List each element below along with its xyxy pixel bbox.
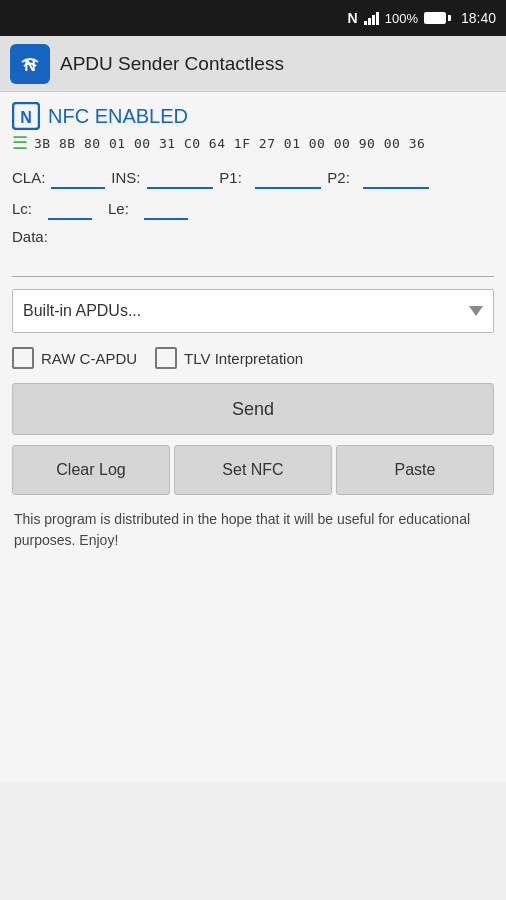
lc-label: Lc:: [12, 200, 42, 217]
paste-button[interactable]: Paste: [336, 445, 494, 495]
form-row-lc-le: Lc: Le:: [12, 197, 494, 220]
svg-text:N: N: [20, 109, 32, 126]
checkbox-row: RAW C-APDU TLV Interpretation: [12, 347, 494, 369]
app-title: APDU Sender Contactless: [60, 53, 284, 75]
p2-label: P2:: [327, 169, 357, 186]
cla-input[interactable]: [51, 166, 105, 189]
le-input[interactable]: [144, 197, 188, 220]
tlv-checkbox-box[interactable]: [155, 347, 177, 369]
nfc-status-row: N NFC ENABLED: [12, 102, 494, 130]
p2-input[interactable]: [363, 166, 429, 189]
nfc-icon-large: N: [12, 102, 40, 130]
set-nfc-button[interactable]: Set NFC: [174, 445, 332, 495]
set-nfc-label: Set NFC: [222, 461, 283, 479]
tlv-interpretation-checkbox[interactable]: TLV Interpretation: [155, 347, 303, 369]
raw-capdu-label: RAW C-APDU: [41, 350, 137, 367]
raw-capdu-checkbox-box[interactable]: [12, 347, 34, 369]
clear-log-button[interactable]: Clear Log: [12, 445, 170, 495]
nfc-status-icon: N: [348, 10, 358, 26]
cla-label: CLA:: [12, 169, 45, 186]
footer-text: This program is distributed in the hope …: [12, 509, 494, 551]
empty-area: [0, 561, 506, 781]
ins-input[interactable]: [147, 166, 213, 189]
nfc-waves-icon: ☰: [12, 134, 28, 152]
data-input[interactable]: [12, 255, 494, 277]
hex-data-row: ☰ 3B 8B 80 01 00 31 C0 64 1F 27 01 00 00…: [12, 134, 494, 152]
app-icon: N: [10, 44, 50, 84]
send-button[interactable]: Send: [12, 383, 494, 435]
app-logo-icon: N: [16, 50, 44, 78]
data-label: Data:: [12, 228, 48, 245]
dropdown-label: Built-in APDUs...: [23, 302, 141, 320]
p1-input[interactable]: [255, 166, 321, 189]
paste-label: Paste: [395, 461, 436, 479]
battery-icon: [424, 12, 451, 24]
le-label: Le:: [108, 200, 138, 217]
raw-capdu-checkbox[interactable]: RAW C-APDU: [12, 347, 137, 369]
app-bar: N APDU Sender Contactless: [0, 36, 506, 92]
nfc-enabled-label: NFC ENABLED: [48, 105, 188, 128]
bottom-buttons: Clear Log Set NFC Paste: [12, 445, 494, 495]
lc-input[interactable]: [48, 197, 92, 220]
battery-percent: 100%: [385, 11, 418, 26]
clear-log-label: Clear Log: [56, 461, 125, 479]
p1-label: P1:: [219, 169, 249, 186]
signal-icon: [364, 11, 379, 25]
status-time: 18:40: [461, 10, 496, 26]
send-button-label: Send: [232, 399, 274, 420]
ins-label: INS:: [111, 169, 141, 186]
tlv-interpretation-label: TLV Interpretation: [184, 350, 303, 367]
builtin-apdu-dropdown[interactable]: Built-in APDUs...: [12, 289, 494, 333]
chevron-down-icon: [469, 306, 483, 316]
form-row-cla-ins-p1-p2: CLA: INS: P1: P2:: [12, 166, 494, 189]
status-bar: N 100% 18:40: [0, 0, 506, 36]
form-row-data: Data:: [12, 228, 494, 245]
main-content: N NFC ENABLED ☰ 3B 8B 80 01 00 31 C0 64 …: [0, 92, 506, 561]
hex-data-text: 3B 8B 80 01 00 31 C0 64 1F 27 01 00 00 9…: [34, 136, 425, 151]
